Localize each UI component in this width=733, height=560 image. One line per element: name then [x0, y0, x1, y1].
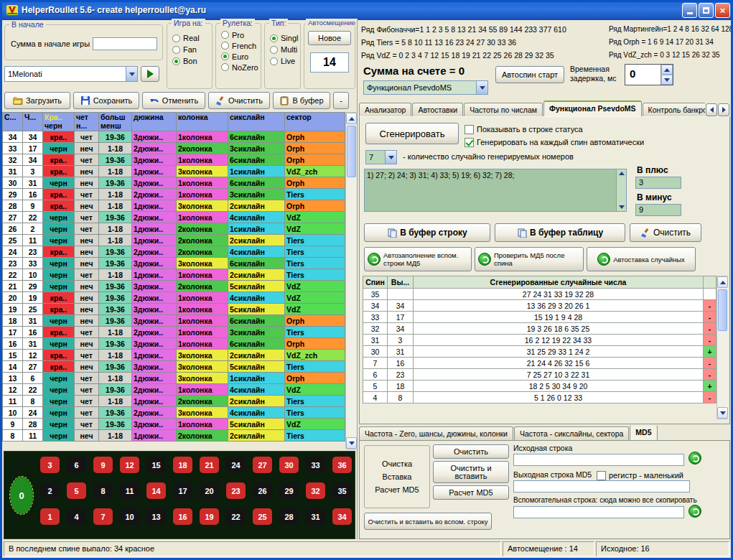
- radio-nozero[interactable]: NoZero: [221, 62, 261, 73]
- title-bar[interactable]: HelperRoullet 5.6- create helperroullet@…: [0, 0, 733, 20]
- scrollbar-thumb[interactable]: [718, 289, 727, 331]
- generated-numbers-textarea[interactable]: 1) 27; 2) 24; 3) 31; 4) 33; 5) 19; 6) 32…: [364, 169, 627, 212]
- board-number-4[interactable]: 4: [67, 508, 86, 525]
- table-row[interactable]: 1925кра..неч19-363дюжи..1колонка5сиклайн…: [3, 304, 345, 315]
- table-row[interactable]: 1427кра..неч19-363дюжи..3колонка5сиклайн…: [3, 361, 345, 373]
- board-number-5[interactable]: 5: [67, 482, 86, 499]
- spinner-up-icon[interactable]: [661, 65, 673, 75]
- preset-combo-arrow[interactable]: [126, 67, 137, 81]
- radio-euro[interactable]: Euro: [221, 51, 261, 62]
- radio-french[interactable]: French: [221, 40, 261, 51]
- table-row[interactable]: 136чернчет1-181дюжи..3колонка1сиклайнOrp…: [3, 373, 345, 384]
- tab-частота-сикслайны-сектора[interactable]: Частота - сикслайны, сектора: [514, 426, 629, 441]
- table-row[interactable]: 3527 24 31 33 19 32 28: [363, 289, 716, 300]
- autofill-md5-button[interactable]: Автозаполнение вспом. строки МД5: [364, 247, 472, 271]
- table-row[interactable]: 3434кра..чет19-363дюжи..1колонка6сиклайн…: [3, 131, 345, 143]
- board-number-3[interactable]: 3: [40, 457, 60, 473]
- new-button[interactable]: Новое: [308, 31, 351, 45]
- radio-live[interactable]: Live: [270, 55, 300, 67]
- board-number-12[interactable]: 12: [120, 457, 139, 473]
- helper-refresh-button[interactable]: [688, 505, 701, 518]
- tab-scroll-left-button[interactable]: [706, 103, 717, 116]
- scroll-down-icon[interactable]: [346, 437, 357, 449]
- table-row[interactable]: 2511черннеч1-181дюжи..2колонка2сиклайнTi…: [3, 235, 345, 246]
- functional-combo-arrow[interactable]: [476, 81, 487, 94]
- board-number-29[interactable]: 29: [279, 482, 299, 499]
- table-row[interactable]: 262чернчет1-181дюжи..2колонка1сиклайнVdZ: [3, 223, 345, 235]
- clear-paste-helper-button[interactable]: Очистить и вставить во вспом. строку: [364, 513, 492, 530]
- table-row[interactable]: 71621 24 4 26 32 15 6-: [363, 358, 716, 369]
- md5-clear-paste-button[interactable]: Очистить и вставить: [433, 461, 509, 483]
- radio-real[interactable]: Real: [172, 32, 212, 44]
- table-row[interactable]: 1831черннеч19-363дюжи..1колонка6сиклайнO…: [3, 315, 345, 327]
- board-number-32[interactable]: 32: [306, 482, 325, 499]
- show-status-checkbox[interactable]: Показывать в строке статуса: [464, 123, 583, 135]
- scroll-down-icon[interactable]: [619, 205, 625, 209]
- table-row[interactable]: 1222чернчет19-362дюжи..1колонка4сиклайнV…: [3, 384, 345, 396]
- md5-clear-button[interactable]: Очистить: [433, 444, 509, 459]
- board-number-7[interactable]: 7: [93, 508, 113, 525]
- table-row[interactable]: 3234кра..чет19-363дюжи..1колонка6сиклайн…: [3, 154, 345, 166]
- table-row[interactable]: 485 1 26 0 12 33-: [363, 392, 716, 403]
- radio-pro[interactable]: Pro: [221, 29, 261, 40]
- table-row[interactable]: 323419 3 26 18 6 35 25-: [363, 323, 716, 335]
- tab-автоставки[interactable]: Автоставки: [412, 103, 463, 117]
- tab-md5[interactable]: MD5: [630, 426, 657, 441]
- table-row[interactable]: 1716кра..чет1-182дюжи..1колонка3сиклайнT…: [3, 327, 345, 338]
- table-row[interactable]: 31316 2 12 19 22 34 33-: [363, 335, 716, 346]
- delay-spinner[interactable]: 0: [625, 64, 673, 85]
- table-row[interactable]: 3317черннеч1-182дюжи..2колонка3сиклайнOr…: [3, 143, 345, 154]
- board-number-17[interactable]: 17: [173, 482, 192, 499]
- textarea-scrollbar[interactable]: [616, 169, 626, 211]
- radio-fan[interactable]: Fan: [172, 44, 212, 55]
- tab-частота-zero-шансы-дюжины-колонки[interactable]: Частота - Zero, шансы, дюжины, колонки: [359, 426, 513, 441]
- register-checkbox[interactable]: регистр - маленький: [597, 470, 683, 481]
- table-row[interactable]: 313кра..неч1-181дюжи..3колонка1сиклайнVd…: [3, 166, 345, 177]
- buffer-button[interactable]: В буфер: [273, 92, 330, 109]
- results-scrollbar[interactable]: [716, 276, 728, 419]
- board-number-19[interactable]: 19: [200, 508, 219, 525]
- save-button[interactable]: Сохранить: [73, 92, 139, 109]
- minimize-button[interactable]: [682, 3, 697, 18]
- board-number-13[interactable]: 13: [146, 508, 166, 525]
- board-number-20[interactable]: 20: [200, 482, 219, 499]
- scroll-down-icon[interactable]: [717, 407, 728, 419]
- board-number-22[interactable]: 22: [226, 508, 246, 525]
- source-string-input[interactable]: [513, 454, 684, 466]
- table-row[interactable]: 2019кра..неч19-362дюжи..1колонка4сиклайн…: [3, 292, 345, 304]
- table-row[interactable]: 331715 19 1 9 4 28-: [363, 312, 716, 323]
- clear-numbers-button[interactable]: Очистить: [630, 223, 701, 242]
- tab-функционал-psevdoms[interactable]: Функционал PsevdoMS: [543, 101, 642, 117]
- board-number-23[interactable]: 23: [226, 482, 246, 499]
- board-number-26[interactable]: 26: [253, 482, 272, 499]
- autospin-start-button[interactable]: Автоспин старт: [495, 66, 564, 83]
- board-number-21[interactable]: 21: [200, 457, 219, 473]
- generate-button[interactable]: Сгенерировать: [365, 123, 459, 144]
- table-row[interactable]: 6237 25 27 10 3 22 31-: [363, 369, 716, 381]
- history-scrollbar[interactable]: [345, 112, 357, 449]
- board-number-2[interactable]: 2: [40, 482, 60, 499]
- output-string-input[interactable]: [513, 480, 690, 493]
- minus-button[interactable]: -: [333, 92, 349, 109]
- table-row[interactable]: 1512кра..чет1-181дюжи..3колонка2сиклайнV…: [3, 350, 345, 361]
- table-row[interactable]: 928чернчет19-363дюжи..1колонка5сиклайнVd…: [3, 419, 345, 430]
- board-number-28[interactable]: 28: [279, 508, 299, 525]
- buffer-row-button[interactable]: В буфер строку: [364, 223, 490, 242]
- board-number-14[interactable]: 14: [146, 482, 166, 499]
- board-number-36[interactable]: 36: [332, 457, 352, 473]
- board-number-35[interactable]: 35: [332, 482, 352, 499]
- md5-calc-button[interactable]: Расчет MD5: [433, 485, 509, 500]
- preset-combo[interactable]: 1Melonati: [4, 66, 138, 82]
- table-row[interactable]: 811черннеч1-181дюжи..2колонка2сиклайнTie…: [3, 430, 345, 442]
- board-number-15[interactable]: 15: [146, 457, 166, 473]
- buffer-table-button[interactable]: В буфер таблицу: [495, 223, 625, 242]
- close-button[interactable]: ×: [715, 3, 730, 18]
- play-button[interactable]: [141, 66, 159, 82]
- check-md5-button[interactable]: Проверить МД5 после спина: [475, 247, 584, 271]
- table-row[interactable]: 1024чернчет19-362дюжи..3колонка4сиклайнT…: [3, 407, 345, 419]
- table-row[interactable]: 303131 25 29 33 1 24 2+: [363, 346, 716, 358]
- board-number-6[interactable]: 6: [67, 457, 86, 473]
- undo-button[interactable]: Отменить: [142, 92, 205, 109]
- count-combo-arrow[interactable]: [385, 151, 396, 164]
- radio-bon[interactable]: Bon: [172, 55, 212, 67]
